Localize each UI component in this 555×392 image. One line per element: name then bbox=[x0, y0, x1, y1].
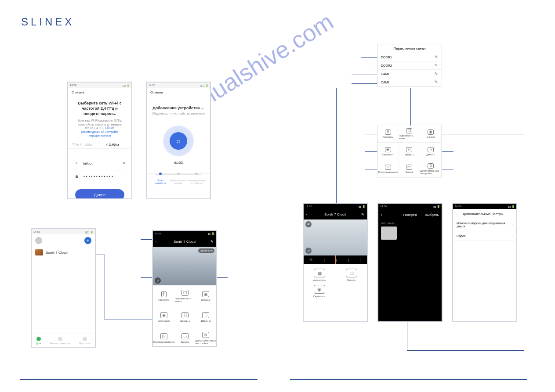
device-item[interactable]: Sonik 7 Cloud bbox=[32, 247, 95, 258]
play-pause-icon[interactable]: ⦿ bbox=[309, 259, 312, 262]
btn-talk[interactable]: 🎙︎Говорить bbox=[153, 285, 175, 306]
btn-door2[interactable]: ⌸Дверь 2 bbox=[196, 306, 217, 327]
connector bbox=[217, 277, 228, 278]
connector bbox=[352, 75, 377, 75]
nav-home[interactable]: Дом bbox=[36, 334, 41, 347]
edit-icon[interactable]: ✎ bbox=[435, 72, 438, 76]
nav-profile[interactable]: Профиль bbox=[79, 334, 91, 347]
back-icon[interactable]: ‹ bbox=[156, 240, 157, 244]
video-feed[interactable]: Сигнал: 67% ⤢ bbox=[153, 247, 216, 285]
status-bar: 14:56▯▯▯ 🔋 bbox=[68, 83, 131, 88]
screen-live-view: 14:56▮▮ 🔋 ‹ Sonik 7 Cloud ✎ Сигнал: 67% … bbox=[152, 230, 217, 347]
btn-talk[interactable]: 🎙︎Говорить bbox=[377, 125, 399, 143]
status-bar: 14:56▯▯▯ 🔋 bbox=[32, 229, 95, 234]
edit-icon[interactable]: ✎ bbox=[435, 55, 438, 59]
btn-screenshot[interactable]: ◉Скриншот bbox=[306, 285, 332, 298]
connector bbox=[352, 83, 377, 84]
btn-switch-channel[interactable]: ❐Переключить канал bbox=[175, 285, 196, 306]
btn-door2[interactable]: ⌸Дверь 2 bbox=[420, 143, 442, 160]
btn-more-settings[interactable]: ⚙︎Дополнительные настройки bbox=[420, 160, 442, 178]
edit-icon[interactable]: ✎ bbox=[210, 240, 214, 244]
btn-playback[interactable]: ▷Воспроизведение bbox=[153, 327, 175, 347]
btn-more-settings[interactable]: ⚙︎Дополнительные настройки bbox=[196, 327, 217, 347]
back-icon[interactable]: ‹ bbox=[306, 212, 308, 216]
lock-icon: 🔒︎ bbox=[74, 175, 80, 179]
wifi-title: Выберите сеть Wi-Fi с частотой 2,4 ГГц и… bbox=[68, 95, 131, 119]
screen-wifi-select: 14:56▯▯▯ 🔋 Отмена Выберите сеть Wi-Fi с … bbox=[67, 82, 132, 199]
btn-screenshot[interactable]: ◉Скриншот bbox=[153, 306, 175, 327]
edit-icon[interactable]: ✎ bbox=[435, 80, 438, 84]
video-feed[interactable]: HD ⤢ bbox=[304, 219, 367, 255]
tab-5ghz[interactable]: Wi-Fi - 5Ghz bbox=[75, 143, 92, 146]
status-bar: 14:56▮▮ 🔋 bbox=[453, 204, 516, 209]
device-name: Sonik 7 Cloud bbox=[46, 251, 68, 255]
wifi-icon: ᯤ bbox=[74, 162, 80, 165]
cancel-button[interactable]: Отмена bbox=[147, 88, 210, 95]
panel-title: Переключить канал bbox=[377, 44, 442, 53]
btn-album[interactable]: ▣альбом bbox=[196, 285, 217, 306]
status-bar: 14:56▮▮ 🔋 bbox=[304, 204, 367, 209]
tab-24ghz[interactable]: ✓ 2.4Ghz bbox=[105, 141, 119, 148]
btn-record[interactable]: ▭Запись bbox=[338, 269, 364, 281]
connector bbox=[361, 66, 377, 66]
channel-row[interactable]: DOOR2✎ bbox=[377, 61, 442, 70]
connector bbox=[105, 255, 105, 320]
btn-album[interactable]: ▣альбом bbox=[420, 125, 442, 143]
btn-door1[interactable]: ⌸Дверь 1 bbox=[175, 306, 196, 327]
connector bbox=[442, 151, 453, 152]
screen-gallery: 14:56▮▮ 🔋 ‹ГалереяВыбрать 2021-10-28 bbox=[377, 203, 443, 322]
btn-screenshot[interactable]: ◉Скриншот bbox=[377, 143, 399, 160]
signal-badge: Сигнал: 67% bbox=[198, 248, 214, 253]
channel-row[interactable]: DOOR1✎ bbox=[377, 53, 442, 61]
nav-scene[interactable]: Режим сценария bbox=[50, 334, 70, 347]
hd-badge[interactable]: HD bbox=[305, 221, 312, 227]
wifi-password[interactable]: •••••••••••• bbox=[83, 175, 125, 179]
status-bar: 14:56▯▯▯ 🔋 bbox=[147, 83, 210, 88]
btn-record[interactable]: ▭Запись bbox=[175, 327, 196, 347]
connector bbox=[96, 255, 105, 255]
adding-sub: Убедитесь, что устройство включено bbox=[147, 112, 210, 115]
channel-row[interactable]: CAM1✎ bbox=[377, 70, 442, 78]
select-button[interactable]: Выбрать bbox=[425, 213, 439, 217]
btn-switch-channel[interactable]: ❐Переключить канал bbox=[399, 125, 421, 143]
panel-switch-channel: Переключить канал DOOR1✎ DOOR2✎ CAM1✎ CA… bbox=[377, 44, 442, 86]
live-title: Sonik 7 Cloud bbox=[174, 240, 196, 244]
avatar-icon[interactable] bbox=[35, 237, 42, 244]
fullscreen-icon[interactable]: ⤢ bbox=[305, 248, 312, 254]
status-bar: 14:56▮▮ 🔋 bbox=[153, 231, 216, 236]
search-icon: ⌕ bbox=[170, 132, 187, 150]
opt-change-password[interactable]: Изменить пароль для открывания двери› bbox=[453, 219, 516, 231]
timeline[interactable]: ⦿|||| bbox=[304, 255, 367, 264]
connector bbox=[407, 350, 524, 351]
screen-additional-settings: 14:56▮▮ 🔋 ←Дополнительные настро... Изме… bbox=[452, 203, 517, 322]
btn-calendar[interactable]: ▦календарь bbox=[306, 269, 332, 281]
btn-record[interactable]: ▭Запись bbox=[399, 160, 421, 178]
connector bbox=[336, 88, 337, 203]
edit-icon[interactable]: ✎ bbox=[361, 212, 364, 216]
playback-title: Sonik 7 Cloud bbox=[324, 212, 346, 216]
btn-playback[interactable]: ▷Воспроизведение bbox=[377, 160, 399, 178]
add-device-button[interactable]: + bbox=[84, 237, 91, 244]
connector bbox=[105, 320, 152, 320]
fullscreen-icon[interactable]: ⤢ bbox=[155, 277, 161, 284]
connector bbox=[141, 277, 152, 278]
gallery-thumbnail[interactable] bbox=[381, 227, 397, 240]
wifi-name[interactable]: fallout bbox=[83, 162, 119, 165]
next-button[interactable]: Далее bbox=[75, 189, 124, 199]
back-icon[interactable]: ← bbox=[456, 212, 459, 216]
connector bbox=[365, 134, 377, 134]
device-thumbnail bbox=[35, 249, 43, 255]
opt-reset[interactable]: Сброс› bbox=[453, 231, 516, 241]
back-icon[interactable]: ‹ bbox=[381, 213, 382, 217]
btn-door1[interactable]: ⌸Дверь 1 bbox=[399, 143, 421, 160]
step-register: Регистрация в облаке bbox=[170, 174, 188, 184]
channel-row[interactable]: CAM2✎ bbox=[377, 78, 442, 86]
connector bbox=[365, 151, 377, 152]
chevron-right-icon: › bbox=[512, 234, 513, 237]
countdown-timer: 01:53 bbox=[147, 161, 210, 165]
connector bbox=[365, 169, 377, 169]
brand-logo: SLINEX bbox=[21, 16, 74, 28]
screen-device-list: 14:56▯▯▯ 🔋 + Sonik 7 Cloud Дом Режим сце… bbox=[31, 228, 96, 348]
edit-icon[interactable]: ✎ bbox=[435, 63, 438, 68]
cancel-button[interactable]: Отмена bbox=[68, 88, 131, 95]
